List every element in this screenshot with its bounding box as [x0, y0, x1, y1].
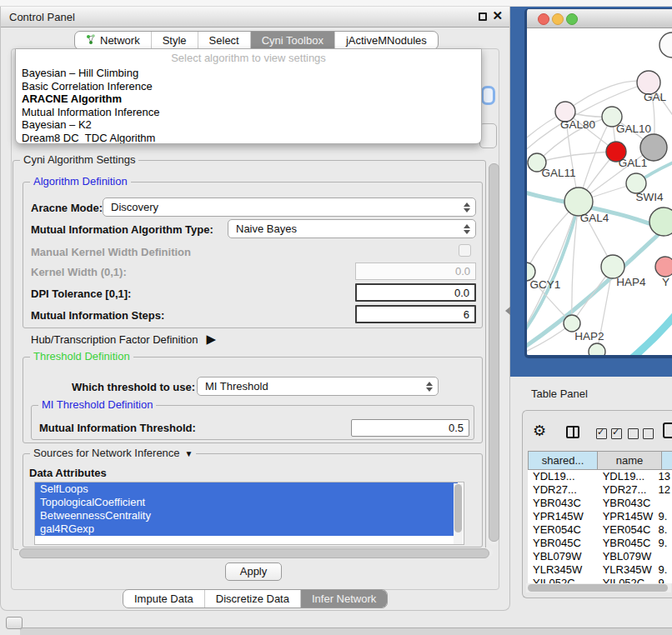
algorithm-option[interactable]: Mutual Information Inference — [16, 106, 481, 119]
aracne-mode-value: Discovery — [111, 198, 158, 216]
algorithm-option[interactable]: Dream8 DC_TDC Algorithm — [16, 132, 481, 144]
network-edge[interactable] — [565, 81, 649, 112]
tab-network[interactable]: Network — [75, 32, 152, 49]
mi-steps-field[interactable]: 6 — [355, 305, 476, 323]
network-window-titlebar[interactable] — [527, 9, 672, 28]
tab-label: Impute Data — [134, 592, 193, 605]
network-edge[interactable] — [632, 305, 672, 356]
table-cell: YLR345W — [594, 563, 657, 577]
sources-title[interactable]: Sources for Network Inference▼ — [30, 447, 196, 459]
mini-panel-icon[interactable] — [6, 617, 23, 629]
tab-label: jActiveMNodules — [346, 34, 427, 47]
algorithm-dropdown-popup: Select algorithm to view settings Bayesi… — [15, 48, 482, 144]
algorithm-option[interactable]: ARACNE Algorithm — [16, 92, 481, 106]
table-column-header[interactable] — [662, 451, 672, 470]
panel-corner-fragment — [479, 123, 497, 148]
network-node-hap4[interactable] — [601, 255, 624, 278]
settings-hscroll-thumb[interactable] — [19, 548, 489, 558]
table-row[interactable]: YBR043CYBR043C — [528, 497, 672, 510]
data-attribute-item[interactable]: SelfLoops — [35, 482, 458, 496]
table-cell: YBR045C — [594, 537, 657, 550]
network-node[interactable] — [659, 32, 672, 58]
splitter-collapse-icon[interactable] — [505, 307, 510, 315]
node-label: GAL10 — [616, 122, 651, 135]
network-canvas[interactable]: GALGAL80GAL10GAL1GAL11SWI4GAL4GCY1HAP4YH… — [527, 28, 672, 356]
tab-label: Discretize Data — [216, 592, 289, 605]
column-layout-icon[interactable] — [566, 426, 579, 438]
table-cell: YBR043C — [528, 497, 594, 510]
table-row[interactable]: YBR045CYBR045C9. — [528, 537, 672, 550]
list-scrollbar-track — [454, 483, 463, 545]
network-node-y[interactable] — [655, 257, 672, 277]
clipped-toolbar-icon[interactable] — [663, 422, 672, 438]
bottom-panel-edge — [20, 628, 672, 635]
table-row[interactable]: YBL079WYBL079W — [528, 550, 672, 563]
close-traffic-icon[interactable] — [538, 13, 549, 25]
table-column-header[interactable]: shared... — [528, 451, 598, 470]
list-scrollbar-thumb[interactable] — [454, 484, 462, 532]
node-label: SWI4 — [635, 191, 663, 203]
network-icon — [86, 34, 96, 48]
network-node-hap2[interactable] — [564, 315, 580, 332]
table-row[interactable]: YER054CYER054C8. — [528, 523, 672, 537]
table-cell: YIL052C — [528, 577, 594, 583]
data-attribute-item[interactable]: BetweennessCentrality — [35, 509, 458, 522]
manual-kernel-checkbox[interactable] — [459, 244, 471, 257]
table-hscroll-thumb[interactable] — [528, 584, 668, 592]
float-window-icon[interactable] — [479, 12, 487, 21]
stepper-arrows-icon — [425, 381, 432, 392]
close-icon[interactable]: ✕ — [492, 8, 503, 23]
table-row[interactable]: YIL052CYIL052C9 — [528, 577, 672, 583]
data-attribute-item[interactable]: gal4RGexp — [35, 522, 458, 536]
algorithm-placeholder: Select algorithm to view settings — [16, 49, 481, 67]
table-cell: YER054C — [528, 523, 594, 537]
tab-discretize-data[interactable]: Discretize Data — [205, 590, 301, 608]
tab-cyni-toolbox[interactable]: Cyni Toolbox — [251, 32, 335, 49]
data-attributes-list: SelfLoopsTopologicalCoefficientBetweenne… — [34, 482, 464, 545]
table-cell — [656, 550, 672, 563]
zoom-traffic-icon[interactable] — [566, 13, 578, 25]
table-row[interactable]: YDL19...YDL19...13 — [528, 470, 672, 483]
mi-algorithm-type-select[interactable]: Naive Bayes — [228, 219, 476, 238]
mi-threshold-definition-title: MI Threshold Definition — [38, 398, 156, 411]
tab-label: Select — [209, 34, 239, 47]
algorithm-option[interactable]: Bayesian – K2 — [16, 118, 481, 132]
which-threshold-value: MI Threshold — [205, 378, 268, 395]
network-edge[interactable] — [537, 152, 616, 162]
network-node[interactable] — [649, 208, 672, 236]
gear-icon[interactable]: ⚙ — [533, 423, 546, 438]
kernel-width-field[interactable]: 0.0 — [355, 262, 476, 280]
tab-jactivemnodules[interactable]: jActiveMNodules — [335, 32, 438, 49]
table-cell: YPR145W — [528, 510, 594, 523]
algorithm-options: Bayesian – Hill ClimbingBasic Correlatio… — [16, 67, 481, 144]
table-cell: YPR145W — [594, 510, 657, 523]
which-threshold-select[interactable]: MI Threshold — [197, 377, 439, 396]
tab-impute-data[interactable]: Impute Data — [123, 590, 205, 608]
apply-button[interactable]: Apply — [225, 562, 282, 581]
table-cell: YIL052C — [594, 577, 657, 583]
deselect-all-checkboxes-icon[interactable] — [628, 428, 654, 439]
table-column-header[interactable]: name — [598, 451, 662, 470]
mi-type-value: Naive Bayes — [236, 220, 297, 238]
table-row[interactable]: YPR145WYPR145W9. — [528, 510, 672, 523]
expanded-triangle-icon: ▼ — [185, 449, 193, 458]
tab-style[interactable]: Style — [152, 32, 198, 49]
settings-vscroll-thumb[interactable] — [489, 163, 499, 542]
table-row[interactable]: YDR27...YDR27...12 — [528, 483, 672, 497]
tab-infer-network[interactable]: Infer Network — [301, 590, 387, 608]
table-cell: YBR043C — [594, 497, 657, 510]
tab-label: Style — [163, 34, 187, 47]
node-label: GAL4 — [580, 212, 609, 224]
dpi-tolerance-field[interactable]: 0.0 — [355, 283, 476, 302]
minimize-traffic-icon[interactable] — [552, 13, 564, 25]
algorithm-option[interactable]: Basic Correlation Inference — [16, 80, 481, 93]
aracne-mode-select[interactable]: Discovery — [103, 198, 476, 217]
sources-title-label: Sources for Network Inference — [33, 447, 180, 459]
data-attribute-item[interactable]: TopologicalCoefficient — [35, 496, 458, 509]
table-row[interactable]: YLR345WYLR345W9. — [528, 563, 672, 577]
select-all-checkboxes-icon[interactable] — [596, 428, 622, 439]
mi-threshold-field[interactable]: 0.5 — [351, 419, 469, 437]
algorithm-option[interactable]: Bayesian – Hill Climbing — [16, 67, 481, 80]
network-node[interactable] — [589, 343, 605, 356]
tab-select[interactable]: Select — [198, 32, 251, 49]
